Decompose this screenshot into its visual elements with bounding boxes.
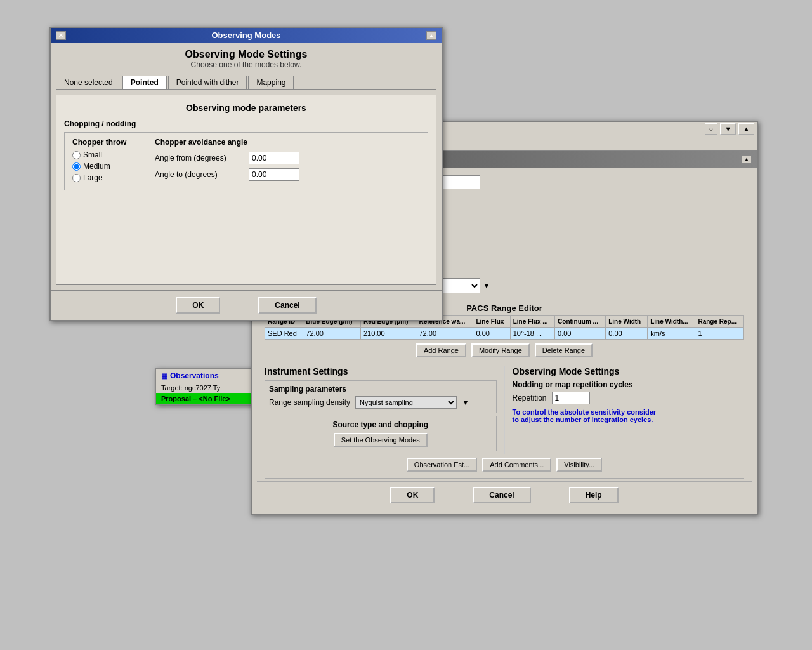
radio-large[interactable]: Large [72, 173, 136, 182]
observing-modes-dialog: ✕ Observing Modes ▲ Observing Mode Setti… [49, 27, 443, 321]
sampling-row: Range sampling density Nyquist sampling … [269, 396, 492, 409]
cell-line-width2: km/s [648, 328, 695, 340]
final-help-button[interactable]: Help [569, 487, 619, 503]
table-row[interactable]: SED Red 72.00 210.00 72.00 0.00 10^-18 .… [265, 328, 744, 340]
observations-tree-item[interactable]: ▦ Observations [156, 369, 259, 383]
radio-large-input[interactable] [72, 174, 81, 182]
obs-params-title: Observing mode parameters [64, 103, 428, 113]
cell-range-rep: 1 [695, 328, 744, 340]
close-button[interactable]: ✕ [56, 31, 66, 40]
instrument-settings: Instrument Settings Sampling parameters … [265, 366, 504, 454]
angle-to-input[interactable] [249, 168, 299, 181]
avoidance-section: Chopper avoidance angle Angle from (degr… [155, 138, 420, 185]
set-observing-modes-button[interactable]: Set the Observing Modes [334, 433, 428, 447]
instrument-settings-title: Instrument Settings [265, 366, 497, 376]
col-line-flux2: Line Flux ... [510, 316, 554, 328]
delete-range-button[interactable]: Delete Range [535, 343, 593, 357]
obs-modes-header-title: Observing Mode Settings [57, 49, 435, 60]
radio-medium[interactable]: Medium [72, 162, 136, 171]
obs-modes-dialog-buttons: OK Cancel [51, 290, 442, 320]
repetition-label: Repetition [513, 394, 547, 402]
chopper-section: Chopper throw Small Medium Large [64, 132, 428, 190]
angle-to-label: Angle to (degrees) [155, 170, 244, 179]
modify-range-button[interactable]: Modify Range [471, 343, 530, 357]
radio-medium-input[interactable] [72, 162, 81, 171]
final-buttons: OK Cancel Help [257, 481, 752, 508]
target-text: Target: ngc7027 Ty [161, 384, 220, 392]
proposal-label: Proposal – <No File> [161, 395, 230, 402]
final-cancel-button[interactable]: Cancel [473, 487, 530, 503]
cell-line-width: 0.00 [606, 328, 648, 340]
circle-icon-button[interactable]: ○ [705, 123, 718, 135]
source-chopping-title: Source type and chopping [269, 420, 492, 429]
tabs-row: None selected Pointed Pointed with dithe… [56, 76, 436, 90]
cell-red-edge: 210.00 [360, 328, 416, 340]
proposal-item[interactable]: Proposal – <No File> [156, 393, 259, 404]
sampling-density-label: Range sampling density [269, 398, 350, 407]
add-range-button[interactable]: Add Range [416, 343, 466, 357]
chopper-throw: Chopper throw Small Medium Large [72, 138, 136, 185]
sampling-density-select[interactable]: Nyquist sampling [355, 396, 457, 409]
angle-from-row: Angle from (degrees) [155, 152, 420, 164]
col-line-width2: Line Width... [648, 316, 695, 328]
observing-mode-settings: Observing Mode Settings Nodding or map r… [504, 366, 745, 454]
bottom-buttons: Observation Est... Add Comments... Visib… [257, 454, 752, 475]
down-arrow-icon-button[interactable]: ▼ [720, 123, 736, 135]
cell-continuum: 0.00 [555, 328, 606, 340]
obs-modes-header-subtitle: Choose one of the modes below. [57, 60, 435, 69]
nodding-title: Nodding or map repetition cycles [513, 380, 745, 389]
separator-line [265, 478, 744, 479]
ok-button[interactable]: OK [176, 297, 220, 314]
maximize-button[interactable]: ▲ [426, 31, 436, 40]
tab-pointed-with-dither[interactable]: Pointed with dither [168, 76, 247, 89]
angle-from-input[interactable] [249, 152, 299, 164]
radio-small[interactable]: Small [72, 150, 136, 159]
left-panel: ▦ Observations Target: ngc7027 Ty Propos… [155, 368, 260, 405]
tree-icon: ▦ [161, 372, 167, 380]
angle-to-row: Angle to (degrees) [155, 168, 420, 181]
range-buttons: Add Range Modify Range Delete Range [265, 340, 744, 361]
repetition-row: Repetition [513, 392, 745, 404]
sensitivity-note: To control the absolute sensitivity cons… [513, 408, 745, 423]
cell-line-flux: 0.00 [473, 328, 510, 340]
target-item: Target: ngc7027 Ty [156, 383, 259, 393]
source-chopping: Source type and chopping Set the Observi… [265, 416, 497, 451]
bottom-sections: Instrument Settings Sampling parameters … [257, 366, 752, 454]
obs-params-panel: Observing mode parameters Chopping / nod… [56, 95, 436, 285]
sampling-params-title: Sampling parameters [269, 385, 492, 394]
repetition-input[interactable] [552, 392, 590, 404]
visibility-button[interactable]: Visibility... [556, 458, 602, 472]
col-line-width: Line Width [606, 316, 648, 328]
sampling-params: Sampling parameters Range sampling densi… [265, 380, 497, 413]
radio-small-input[interactable] [72, 151, 81, 159]
avoidance-title: Chopper avoidance angle [155, 138, 420, 147]
chopper-radio-group: Small Medium Large [72, 150, 136, 182]
observations-label: Observations [170, 371, 219, 380]
wavelength-dropdown-icon: ▼ [483, 281, 490, 290]
obs-modes-header: Observing Mode Settings Choose one of th… [51, 43, 442, 76]
final-ok-button[interactable]: OK [390, 487, 435, 503]
cancel-button[interactable]: Cancel [258, 297, 316, 314]
sampling-dropdown-icon: ▼ [462, 398, 469, 407]
tab-none-selected[interactable]: None selected [56, 76, 121, 89]
tab-pointed[interactable]: Pointed [122, 76, 167, 89]
up-arrow-icon-button[interactable]: ▲ [738, 123, 754, 135]
cell-blue-edge: 72.00 [303, 328, 361, 340]
tab-mapping[interactable]: Mapping [248, 76, 294, 89]
cell-line-flux2: 10^-18 ... [510, 328, 554, 340]
nodding-section: Nodding or map repetition cycles Repetit… [513, 380, 745, 404]
obs-est-button[interactable]: Observation Est... [407, 458, 477, 472]
obs-modes-title-bar: ✕ Observing Modes ▲ [51, 28, 442, 43]
top-icon-group: ○ ▼ ▲ [705, 123, 754, 135]
col-continuum: Continuum ... [555, 316, 606, 328]
chopper-throw-label: Chopper throw [72, 138, 136, 147]
add-comments-button[interactable]: Add Comments... [482, 458, 551, 472]
col-line-flux: Line Flux [473, 316, 510, 328]
obs-mode-settings-title: Observing Mode Settings [513, 366, 745, 376]
angle-from-label: Angle from (degrees) [155, 154, 244, 162]
obs-modes-title: Observing Modes [211, 30, 280, 40]
cell-ref-wave: 72.00 [416, 328, 473, 340]
pacs-maximize-button[interactable]: ▲ [742, 155, 752, 164]
chopping-nodding-label: Chopping / nodding [64, 119, 428, 128]
cell-range-id: SED Red [265, 328, 303, 340]
